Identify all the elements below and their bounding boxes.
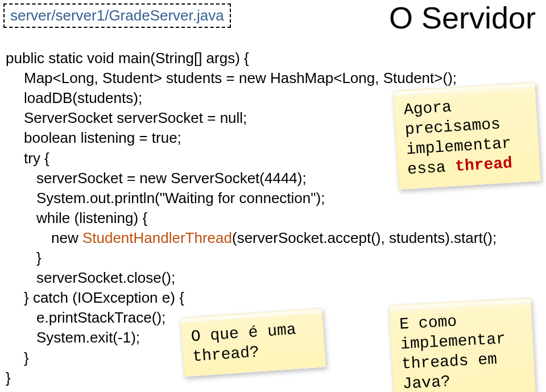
sticky-note-question: O que é uma thread? [180, 308, 326, 377]
sticky-text: precisamos [404, 115, 501, 138]
code-line: ServerSocket serverSocket = null; [6, 108, 247, 128]
file-path: server/server1/GradeServer.java [10, 7, 224, 24]
file-path-box: server/server1/GradeServer.java [3, 3, 231, 28]
code-line: serverSocket.close(); [6, 268, 175, 288]
code-line: try { [6, 148, 49, 168]
sticky-text: threads em [401, 350, 497, 373]
code-line: Map<Long, Student> students = new HashMa… [6, 68, 457, 88]
sticky-text: essa thread [407, 154, 512, 178]
code-line: } [6, 248, 42, 268]
sticky-text: E como [399, 312, 457, 333]
code-line: loadDB(students); [6, 88, 142, 108]
sticky-text: Agora [403, 98, 452, 119]
code-line: } [6, 369, 11, 386]
code-line: } [6, 348, 29, 368]
class-name: StudentHandlerThread [82, 229, 232, 246]
code-line: System.exit(-1); [6, 328, 140, 348]
code-line: while (listening) { [6, 208, 147, 228]
sticky-text: O que é uma [191, 321, 297, 346]
sticky-text: Java? [402, 373, 451, 392]
sticky-text: thread? [192, 343, 260, 365]
code-line: System.out.println("Waiting for connecti… [6, 188, 325, 208]
sticky-note-java: E como implementar threads em Java? [389, 298, 536, 392]
sticky-text: implementar [400, 330, 506, 353]
code-line: boolean listening = true; [6, 128, 181, 148]
code-line: serverSocket = new ServerSocket(4444); [6, 168, 307, 188]
code-line: e.printStackTrace(); [6, 308, 166, 328]
sticky-note-thread: Agora precisamos implementar essa thread [393, 82, 541, 190]
code-line: new StudentHandlerThread(serverSocket.ac… [6, 228, 497, 248]
code-line: } catch (IOException e) { [6, 288, 184, 308]
code-line: public static void main(String[] args) { [6, 49, 249, 67]
